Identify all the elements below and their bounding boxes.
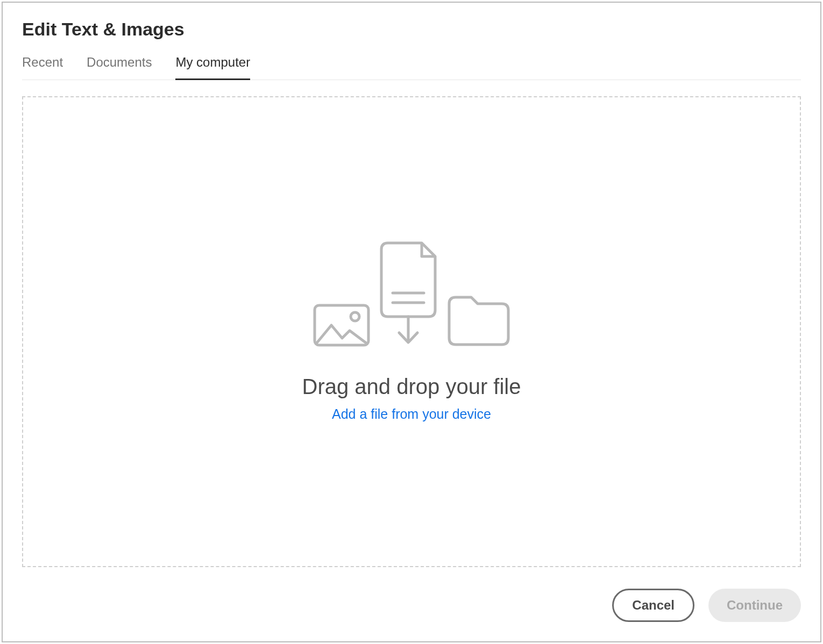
continue-button: Continue	[708, 589, 801, 622]
tab-recent[interactable]: Recent	[22, 55, 63, 80]
tab-label: Recent	[22, 55, 63, 69]
tab-bar: Recent Documents My computer	[22, 55, 801, 80]
dialog-footer: Cancel Continue	[22, 589, 801, 622]
folder-icon	[448, 294, 510, 349]
add-file-link[interactable]: Add a file from your device	[332, 406, 491, 422]
document-download-icon	[380, 241, 438, 349]
file-dropzone[interactable]: Drag and drop your file Add a file from …	[22, 96, 801, 567]
dropzone-main-text: Drag and drop your file	[302, 375, 521, 399]
tab-label: My computer	[175, 55, 250, 69]
cancel-button[interactable]: Cancel	[612, 589, 694, 622]
dialog-title: Edit Text & Images	[22, 19, 801, 40]
svg-point-1	[351, 312, 359, 321]
edit-text-images-dialog: Edit Text & Images Recent Documents My c…	[2, 2, 821, 642]
dropzone-icon-group	[313, 241, 510, 349]
tab-my-computer[interactable]: My computer	[175, 55, 250, 80]
tab-label: Documents	[87, 55, 152, 69]
image-icon	[313, 304, 370, 349]
tab-documents[interactable]: Documents	[87, 55, 152, 80]
